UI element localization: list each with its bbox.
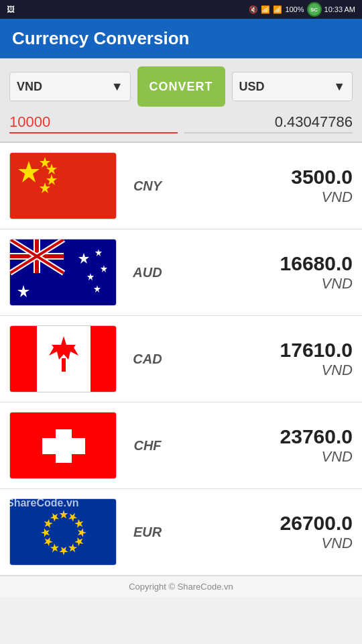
to-dropdown-arrow: ▼ — [333, 80, 345, 94]
currency-amount-cad: 17610.0 — [178, 339, 353, 362]
currency-amount-aud: 16680.0 — [178, 252, 353, 275]
currency-unit-eur: VND — [178, 535, 353, 552]
status-right: 🔇 📶 📶 100% SC 10:33 AM — [249, 2, 355, 17]
list-item[interactable]: CNY 3500.0 VND — [0, 143, 362, 229]
list-item[interactable]: ShareCode.vn EUR 26700.0 VND — [0, 489, 362, 576]
svg-rect-22 — [10, 326, 37, 392]
currency-unit-aud: VND — [178, 275, 353, 292]
list-item[interactable]: CAD 17610.0 VND — [0, 316, 362, 402]
currency-unit-chf: VND — [178, 448, 353, 466]
currency-values-aud: 16680.0 VND — [178, 252, 353, 292]
logo-text: SC — [310, 7, 318, 13]
flag-ca — [9, 325, 117, 392]
currency-amount-eur: 26700.0 — [178, 512, 353, 535]
flag-ch — [9, 412, 117, 479]
svg-rect-30 — [10, 499, 117, 566]
convert-button[interactable]: CONVERT — [137, 66, 225, 107]
flag-cn — [9, 152, 117, 219]
sharecode-logo: SC — [307, 2, 322, 17]
result-container: 0.43047786 — [184, 112, 353, 133]
svg-rect-0 — [10, 153, 117, 219]
svg-rect-24 — [90, 326, 117, 392]
currency-code-cny: CNY — [127, 178, 168, 194]
signal-icon: 📶 — [273, 5, 282, 14]
converter-section: VND ▼ CONVERT USD ▼ 0.43047786 — [0, 58, 362, 143]
result-value: 0.43047786 — [184, 112, 353, 132]
amount-input-container — [9, 112, 178, 133]
converter-row: VND ▼ CONVERT USD ▼ — [9, 66, 353, 107]
svg-rect-29 — [42, 438, 85, 454]
to-currency-dropdown[interactable]: USD ▼ — [232, 72, 353, 101]
currency-list: CNY 3500.0 VND — [0, 143, 362, 576]
currency-values-cad: 17610.0 VND — [178, 339, 353, 379]
from-currency-label: VND — [17, 80, 42, 94]
list-item[interactable]: AUD 16680.0 VND — [0, 229, 362, 316]
status-left: 🖼 — [7, 5, 15, 14]
currency-amount-cny: 3500.0 — [178, 166, 353, 189]
copyright-text: Copyright © ShareCode.vn — [129, 582, 233, 592]
from-dropdown-arrow: ▼ — [111, 80, 123, 94]
status-bar: 🖼 🔇 📶 📶 100% SC 10:33 AM — [0, 0, 362, 19]
currency-values-cny: 3500.0 VND — [178, 166, 353, 206]
currency-values-eur: 26700.0 VND — [178, 512, 353, 552]
image-icon: 🖼 — [7, 5, 15, 14]
amount-input[interactable] — [9, 112, 178, 132]
flag-eu — [9, 498, 117, 566]
currency-code-aud: AUD — [127, 265, 168, 280]
to-currency-label: USD — [239, 80, 265, 94]
currency-unit-cad: VND — [178, 362, 353, 379]
copyright-bar: Copyright © ShareCode.vn — [0, 576, 362, 597]
svg-rect-26 — [62, 358, 66, 372]
app-header: Currency Conversion — [0, 19, 362, 58]
currency-code-chf: CHF — [127, 438, 168, 453]
battery-text: 100% — [285, 5, 304, 13]
list-item[interactable]: CHF 23760.0 VND — [0, 402, 362, 489]
currency-amount-chf: 23760.0 — [178, 425, 353, 448]
currency-code-eur: EUR — [127, 525, 168, 540]
mute-icon: 🔇 — [249, 5, 258, 14]
app-title: Currency Conversion — [12, 28, 189, 49]
currency-values-chf: 23760.0 VND — [178, 425, 353, 466]
input-row: 0.43047786 — [9, 112, 353, 133]
flag-au — [9, 239, 117, 306]
time-display: 10:33 AM — [324, 5, 355, 13]
currency-unit-cny: VND — [178, 189, 353, 206]
from-currency-dropdown[interactable]: VND ▼ — [9, 72, 131, 101]
wifi-icon: 📶 — [261, 5, 270, 14]
currency-code-cad: CAD — [127, 352, 168, 367]
